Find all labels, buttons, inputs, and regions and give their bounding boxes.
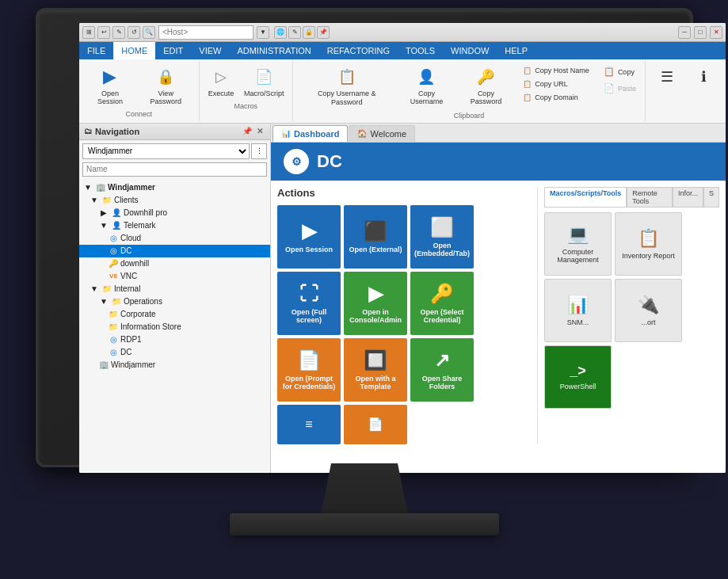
action-open-template[interactable]: 🔲 Open with a Template (344, 338, 407, 402)
ribbon-group-connect: ▶ Open Session 🔒 View Password Connect (79, 61, 200, 121)
menu-file[interactable]: FILE (79, 42, 113, 59)
open-console-label: Open in Console/Admin (347, 308, 404, 324)
ribbon-copy-domain[interactable]: 📋 Copy Domain (519, 91, 593, 104)
menu-administration[interactable]: ADMINISTRATION (229, 42, 318, 59)
action-open-share-folders[interactable]: ↗ Open Share Folders (410, 338, 474, 402)
action-more1[interactable]: ≡ (277, 405, 341, 444)
edit2-icon[interactable]: ✎ (288, 26, 301, 39)
tree-item-downhill[interactable]: 🔑 downhill (79, 257, 270, 270)
tree-item-operations[interactable]: ▼ 📁 Operations (79, 295, 270, 308)
tree-expand-telemark-icon: ▼ (98, 220, 109, 231)
tree-item-telemark[interactable]: ▼ 👤 Telemark (79, 219, 270, 232)
menu-refactoring[interactable]: REFACTORING (319, 42, 398, 59)
tree-item-clients[interactable]: ▼ 📁 Clients (79, 194, 270, 207)
action-open-select-credential[interactable]: 🔑 Open (Select Credential) (410, 272, 474, 335)
ribbon-copy-username[interactable]: 👤 Copy Username (398, 63, 456, 109)
powershell-label: PowerShell (560, 383, 597, 390)
ribbon-group-clipboard: 📋 Copy Username & Password 👤 Copy Userna… (293, 61, 646, 121)
right-tab-s[interactable]: S (703, 187, 719, 207)
ribbon-group-extra: ☰ ℹ (646, 61, 726, 121)
tree-item-dc2[interactable]: ◎ DC (79, 346, 270, 359)
lock-icon[interactable]: 🔒 (303, 26, 315, 39)
tool-port[interactable]: 🔌 ...ort (615, 279, 682, 342)
tree-item-cloud[interactable]: ◎ Cloud (79, 232, 270, 245)
tab-dashboard[interactable]: 📊 Dashboard (273, 125, 348, 142)
menu-window[interactable]: WINDOW (443, 42, 497, 59)
nav-dropdown-btn[interactable]: ⋮ (251, 143, 267, 159)
ribbon-copy-username-password[interactable]: 📋 Copy Username & Password (298, 63, 396, 110)
menu-help[interactable]: HELP (497, 42, 536, 59)
action-open-session[interactable]: ▶ Open Session (277, 205, 341, 269)
edit-icon[interactable]: ✎ (112, 26, 125, 39)
ribbon-copy-hostname[interactable]: 📋 Copy Host Name (519, 64, 593, 77)
ribbon-macro-script[interactable]: 📄 Macro/Script (240, 63, 288, 101)
right-tab-remote-tools[interactable]: Remote Tools (627, 187, 673, 207)
ribbon-open-session[interactable]: ▶ Open Session (84, 63, 136, 109)
ribbon-copy-url[interactable]: 📋 Copy URL (519, 78, 593, 90)
tree-windjammer2-icon: 🏢 (98, 360, 109, 371)
action-more2[interactable]: 📄 (344, 405, 407, 444)
ribbon-copy[interactable]: 📋 Copy (600, 64, 640, 79)
nav-header-icons: 📌 ✕ (242, 126, 265, 137)
tree-item-windjammer2[interactable]: 🏢 Windjammer (79, 359, 270, 371)
nav-close-icon[interactable]: ✕ (254, 126, 265, 137)
nav-dropdown-select[interactable]: Windjammer (82, 143, 250, 159)
tools-grid: 💻 Computer Management 📋 Inventory Report (544, 212, 719, 409)
action-open-prompt[interactable]: 📄 Open (Prompt for Credentials) (277, 338, 341, 402)
ribbon-view-password[interactable]: 🔒 View Password (138, 63, 194, 109)
tool-inventory-report[interactable]: 📋 Inventory Report (615, 212, 682, 276)
action-open-external[interactable]: ⬛ Open (External) (344, 205, 407, 269)
screen-content: ⊞ ↩ ✎ ↺ 🔍 ▼ 🌐 ✎ 🔒 📌 (79, 23, 726, 473)
back-icon[interactable]: ↩ (97, 26, 110, 39)
tab-welcome[interactable]: 🏠 Welcome (349, 125, 415, 142)
tool-powershell[interactable]: _> PowerShell (544, 345, 612, 409)
tree-label-internal: Internal (114, 284, 140, 293)
ribbon-copy-password[interactable]: 🔑 Copy Password (457, 63, 514, 109)
tree-item-corporate[interactable]: 📁 Corporate (79, 308, 270, 321)
nav-pin-icon[interactable]: 📌 (242, 126, 253, 137)
tree-item-internal[interactable]: ▼ 📁 Internal (79, 283, 270, 295)
copy-username-label: Copy Username (402, 90, 452, 105)
menu-edit[interactable]: EDIT (155, 42, 191, 59)
ribbon-extra2[interactable]: ℹ (686, 63, 721, 91)
monitor-container: ⊞ ↩ ✎ ↺ 🔍 ▼ 🌐 ✎ 🔒 📌 (0, 0, 728, 579)
menu-home[interactable]: HOME (113, 42, 155, 59)
menu-tools[interactable]: TOOLS (398, 42, 443, 59)
tool-computer-management[interactable]: 💻 Computer Management (544, 212, 612, 276)
tree-item-dc[interactable]: ◎ DC (79, 245, 270, 257)
action-open-fullscreen[interactable]: ⛶ Open (Full screen) (277, 272, 341, 335)
window-icon[interactable]: ⊞ (82, 26, 95, 39)
tree-item-windjammer[interactable]: ▼ 🏢 Windjammer (79, 181, 270, 194)
tree-item-downhill-pro[interactable]: ▶ 👤 Downhill pro (79, 207, 270, 219)
menu-view[interactable]: VIEW (191, 42, 229, 59)
action-open-console[interactable]: ▶ Open in Console/Admin (344, 272, 407, 335)
minimize-icon[interactable]: ─ (678, 26, 691, 39)
host-input[interactable] (158, 25, 253, 40)
open-external-icon: ⬛ (364, 220, 387, 242)
ribbon-execute[interactable]: ▷ Execute (204, 63, 238, 101)
copy-password-icon: 🔑 (475, 66, 497, 88)
tool-snmp[interactable]: 📊 SNM... (544, 279, 612, 342)
search-icon[interactable]: 🔍 (143, 26, 155, 39)
nav-search-input[interactable] (82, 162, 267, 177)
tree-item-info-store[interactable]: 📁 Information Store (79, 321, 270, 333)
ribbon-paste[interactable]: 📄 Paste (600, 81, 640, 96)
refresh-icon[interactable]: ↺ (128, 26, 140, 39)
snmp-label: SNM... (567, 318, 589, 326)
nav-header: 🗂 Navigation 📌 ✕ (79, 124, 270, 140)
ribbon-extra1[interactable]: ☰ (650, 63, 684, 91)
tree-item-vnc[interactable]: V8 VNC (79, 270, 270, 283)
tree-label-clients: Clients (114, 196, 139, 204)
macros-buttons: ▷ Execute 📄 Macro/Script (204, 63, 288, 101)
dropdown-icon[interactable]: ▼ (257, 26, 269, 39)
pin-icon[interactable]: 📌 (317, 26, 330, 39)
right-tab-macros[interactable]: Macros/Scripts/Tools (544, 187, 627, 207)
maximize-icon[interactable]: □ (694, 26, 707, 39)
right-tab-info[interactable]: Infor... (673, 187, 703, 207)
tree-item-rdp1[interactable]: ◎ RDP1 (79, 333, 270, 346)
welcome-tab-label: Welcome (370, 129, 406, 139)
close-icon[interactable]: ✕ (710, 26, 722, 39)
globe-icon[interactable]: 🌐 (274, 26, 287, 39)
action-open-embedded[interactable]: ⬜ Open (Embedded/Tab) (410, 205, 474, 269)
tree-label-windjammer: Windjammer (108, 183, 155, 192)
